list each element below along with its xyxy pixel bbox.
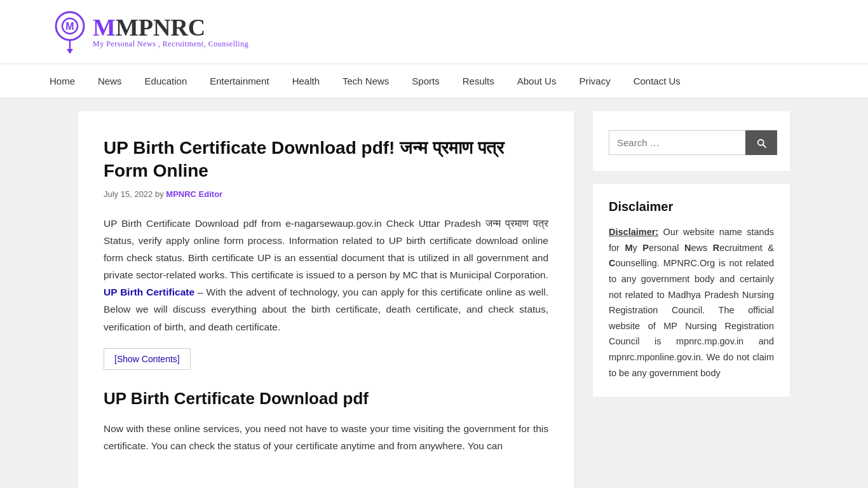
svg-text:M: M — [65, 21, 74, 32]
disclaimer-n: N — [684, 243, 691, 253]
nav-item-education[interactable]: Education — [133, 64, 199, 98]
nav-link-contactus[interactable]: Contact Us — [622, 64, 692, 98]
article-meta: July 15, 2022 by MPNRC Editor — [104, 189, 548, 199]
nav-link-home[interactable]: Home — [38, 64, 86, 98]
search-input[interactable] — [609, 130, 745, 155]
logo-rest: MPNRC — [116, 14, 205, 41]
disclaimer-p: P — [642, 243, 649, 253]
nav-link-technews[interactable]: Tech News — [331, 64, 400, 98]
svg-marker-4 — [67, 49, 73, 54]
logo-icon: M — [51, 10, 89, 54]
logo-text-block: MMPNRC My Personal News , Recruitment, C… — [93, 15, 248, 49]
main-content: UP Birth Certificate Download pdf! जन्म … — [78, 111, 574, 488]
nav-item-results[interactable]: Results — [451, 64, 506, 98]
nav-link-privacy[interactable]: Privacy — [567, 64, 621, 98]
site-nav: Home News Education Entertainment Health… — [0, 64, 868, 98]
show-contents-button[interactable]: [Show Contents] — [104, 348, 191, 370]
search-widget — [593, 111, 790, 171]
logo-subtitle: My Personal News , Recruitment, Counsell… — [93, 39, 248, 49]
nav-link-education[interactable]: Education — [133, 64, 199, 98]
disclaimer-c: C — [609, 258, 615, 268]
site-header: M MMPNRC My Personal News , Recruitment,… — [0, 0, 868, 64]
disclaimer-m: M — [625, 243, 632, 253]
disclaimer-widget: Disclaimer Disclaimer: Our website name … — [593, 184, 790, 396]
article-title: UP Birth Certificate Download pdf! जन्म … — [104, 137, 548, 183]
nav-link-entertainment[interactable]: Entertainment — [198, 64, 280, 98]
section-title: UP Birth Certificate Download pdf — [104, 389, 548, 409]
logo[interactable]: M MMPNRC My Personal News , Recruitment,… — [51, 10, 248, 54]
nav-item-health[interactable]: Health — [281, 64, 331, 98]
nav-link-aboutus[interactable]: About Us — [506, 64, 568, 98]
article-date: July 15, 2022 — [104, 189, 153, 199]
article-by: by — [155, 189, 166, 199]
disclaimer-r: R — [713, 243, 719, 253]
logo-title: MMPNRC — [93, 15, 248, 39]
site-content: UP Birth Certificate Download pdf! जन्म … — [27, 98, 841, 488]
nav-item-contactus[interactable]: Contact Us — [622, 64, 692, 98]
nav-item-sports[interactable]: Sports — [400, 64, 451, 98]
nav-link-health[interactable]: Health — [281, 64, 331, 98]
logo-m: M — [93, 14, 116, 41]
sidebar: Disclaimer Disclaimer: Our website name … — [593, 111, 790, 488]
disclaimer-text: Disclaimer: Our website name stands for … — [609, 224, 774, 381]
nav-item-home[interactable]: Home — [38, 64, 86, 98]
search-icon — [756, 137, 767, 149]
nav-link-news[interactable]: News — [86, 64, 133, 98]
nav-link-sports[interactable]: Sports — [400, 64, 451, 98]
nav-link-results[interactable]: Results — [451, 64, 506, 98]
article-intro-text: UP Birth Certificate Download pdf from e… — [104, 218, 548, 280]
search-form[interactable] — [609, 130, 774, 155]
disclaimer-title: Disclaimer — [609, 200, 774, 214]
article-author-link[interactable]: MPNRC Editor — [166, 189, 222, 199]
section-body: Now with these online services, you need… — [104, 420, 548, 454]
search-button[interactable] — [745, 130, 777, 155]
up-birth-cert-link[interactable]: UP Birth Certificate — [104, 287, 194, 297]
nav-item-news[interactable]: News — [86, 64, 133, 98]
article-intro: UP Birth Certificate Download pdf from e… — [104, 215, 548, 336]
nav-item-aboutus[interactable]: About Us — [506, 64, 568, 98]
nav-item-entertainment[interactable]: Entertainment — [198, 64, 280, 98]
disclaimer-label: Disclaimer: — [609, 227, 658, 237]
nav-list: Home News Education Entertainment Health… — [0, 64, 868, 98]
nav-item-privacy[interactable]: Privacy — [567, 64, 621, 98]
nav-item-technews[interactable]: Tech News — [331, 64, 400, 98]
